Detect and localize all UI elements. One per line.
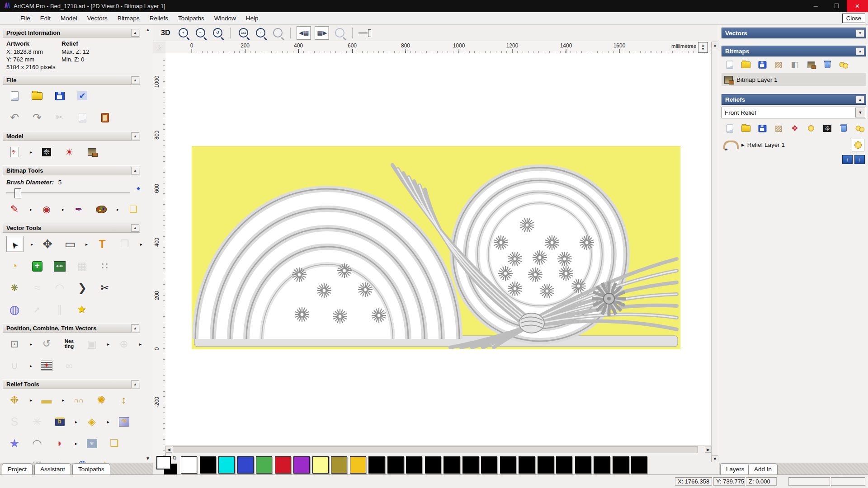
menu-reliefs[interactable]: Reliefs (145, 13, 173, 23)
primary-colour-swatch[interactable] (156, 456, 171, 469)
calculate-relief-icon[interactable]: ❉ (6, 392, 23, 408)
palette-swatch-24[interactable] (631, 456, 647, 474)
palette-swatch-9[interactable] (350, 456, 366, 474)
open-model-icon[interactable] (29, 88, 45, 103)
text-on-curve-icon[interactable]: ↺ (38, 336, 55, 352)
invert-model-icon[interactable]: ❊ (38, 144, 55, 160)
emboss-relief-flyout-icon[interactable]: ▸ (75, 419, 77, 424)
wrap-relief-icon[interactable] (116, 414, 132, 429)
flood-fill-icon[interactable]: ◉ (38, 202, 55, 217)
paint-icon[interactable]: ✎ (6, 202, 23, 217)
palette-swatch-11[interactable] (387, 456, 404, 474)
palette-swatch-14[interactable] (443, 456, 460, 474)
extrude-relief-icon[interactable]: ◠ (29, 436, 45, 451)
canvas-vscrollbar[interactable]: ▲ ▼ (711, 42, 719, 462)
primary-secondary-colour[interactable]: ⧉ (156, 456, 177, 474)
scroll-down-icon[interactable]: ▼ (144, 455, 152, 462)
zero-plane-flyout-icon[interactable]: ▸ (62, 398, 64, 403)
two-rail-sweep-icon[interactable]: ◗ (52, 436, 68, 451)
zoom-previous-icon[interactable]: ↺ (211, 27, 224, 39)
emboss-relief-icon[interactable] (52, 414, 68, 429)
palette-swatch-2[interactable] (218, 456, 235, 474)
ruler-units-dropdown[interactable]: ▲▼ (698, 42, 708, 53)
delete-bitmap-layer-icon[interactable] (821, 59, 834, 70)
palette-swatch-12[interactable] (406, 456, 422, 474)
reliefs-header[interactable]: Reliefs ▲ (722, 94, 866, 105)
palette-swatch-3[interactable] (237, 456, 254, 474)
greyscale-bitmap-icon[interactable]: ◧ (788, 59, 802, 70)
palette-swatch-4[interactable] (256, 456, 272, 474)
set-model-size-icon[interactable] (6, 144, 23, 160)
palette-swatch-21[interactable] (575, 456, 591, 474)
block-paste-icon[interactable]: ∷ (97, 258, 113, 274)
join-vectors-flyout-icon[interactable]: ▸ (30, 363, 32, 368)
weld-vectors-flyout-icon[interactable]: ▸ (139, 342, 142, 347)
delete-relief-layer-icon[interactable] (837, 122, 850, 134)
zoom-1to1-icon[interactable]: 1:1 (236, 27, 250, 39)
assistant-scrollbar[interactable]: ▲ ▼ (143, 25, 153, 463)
tab-assistant[interactable]: Assistant (34, 463, 71, 475)
palette-swatch-6[interactable] (293, 456, 310, 474)
open-relief-layer-icon[interactable] (739, 122, 753, 134)
select-vectors-icon[interactable] (6, 236, 24, 252)
bitmap-to-vector-icon[interactable]: ❑ (125, 202, 142, 217)
paste-icon[interactable] (97, 110, 113, 125)
relief-layer-name[interactable]: Relief Layer 1 (747, 141, 785, 148)
close-button[interactable]: ✕ (847, 0, 868, 12)
canvas-viewport[interactable] (165, 53, 712, 446)
align-vectors-icon[interactable]: ⊡ (6, 336, 23, 352)
add-relief-layer-icon[interactable]: ❖ (788, 122, 802, 134)
vector-texture-icon[interactable] (38, 358, 55, 373)
previous-bitmap-layer-icon[interactable]: ◀▦ (297, 26, 311, 40)
maximize-button[interactable]: ❐ (826, 0, 847, 12)
palette-swatch-10[interactable] (368, 456, 385, 474)
flood-fill-flyout-icon[interactable]: ▸ (62, 207, 64, 212)
rollup-icon[interactable]: ▲ (131, 76, 139, 84)
create-rectangle-icon[interactable]: ▭ (62, 236, 78, 252)
xray-relief-icon[interactable]: ❊ (821, 122, 834, 134)
tab-project[interactable]: Project (2, 463, 33, 475)
artwork-canvas[interactable] (192, 146, 680, 349)
copy-bitmap-icon[interactable] (804, 59, 818, 70)
brush-diameter-slider[interactable]: ◆ (6, 188, 130, 197)
palette-flyout-icon[interactable]: ▸ (117, 207, 119, 212)
nesting-icon[interactable]: Nes ting (61, 336, 77, 352)
palette-swatch-23[interactable] (613, 456, 629, 474)
palette-swatch-18[interactable] (519, 456, 535, 474)
load-image-icon[interactable] (84, 144, 100, 160)
scale-relief-icon[interactable]: ↕ (116, 392, 132, 408)
palette-swatch-22[interactable] (594, 456, 610, 474)
palette-swatch-17[interactable] (500, 456, 516, 474)
menu-vectors[interactable]: Vectors (82, 13, 113, 23)
scroll-up-icon[interactable]: ▲ (712, 42, 718, 48)
star-relief-icon[interactable]: ★ (6, 436, 23, 451)
menu-toolpaths[interactable]: Toolpaths (173, 13, 209, 23)
offset-relief-icon[interactable]: ❏ (106, 436, 123, 451)
scroll-left-icon[interactable]: ◀ (165, 446, 172, 453)
palette-swatch-15[interactable] (462, 456, 479, 474)
open-bitmap-layer-icon[interactable] (739, 59, 753, 70)
undo-icon[interactable]: ↶ (6, 110, 23, 125)
two-rail-sweep-flyout-icon[interactable]: ▸ (75, 441, 77, 446)
menu-window[interactable]: Window (209, 13, 241, 23)
palette-swatch-13[interactable] (425, 456, 441, 474)
texture-relief-layer-icon[interactable]: ▨ (772, 122, 785, 134)
switch-3d-view-button[interactable]: 3D (159, 28, 172, 38)
save-relief-layer-icon[interactable] (755, 122, 769, 134)
slider-handle[interactable] (14, 188, 21, 198)
texture-relief-icon[interactable] (84, 436, 100, 451)
rollup-icon[interactable]: ▲ (131, 224, 139, 232)
relief-envelope-flyout-icon[interactable]: ▸ (107, 419, 109, 424)
rollup-icon[interactable]: ▲ (131, 132, 139, 140)
expand-icon[interactable]: ▸ (741, 141, 745, 148)
vectors-header[interactable]: Vectors ▼ (722, 28, 866, 38)
vector-library-icon[interactable] (74, 302, 90, 317)
minimize-button[interactable]: ─ (805, 0, 826, 12)
bisector-icon[interactable]: ❯ (74, 280, 90, 296)
vector-doctor-flyout-icon[interactable]: ▸ (140, 242, 142, 247)
move-layer-up-button[interactable]: ↑ (842, 155, 853, 164)
relief-selector-dropdown[interactable]: Front Relief ▼ (722, 107, 866, 118)
scroll-up-icon[interactable]: ▲ (144, 26, 152, 33)
paint-flyout-icon[interactable]: ▸ (30, 207, 32, 212)
palette-swatch-16[interactable] (481, 456, 497, 474)
